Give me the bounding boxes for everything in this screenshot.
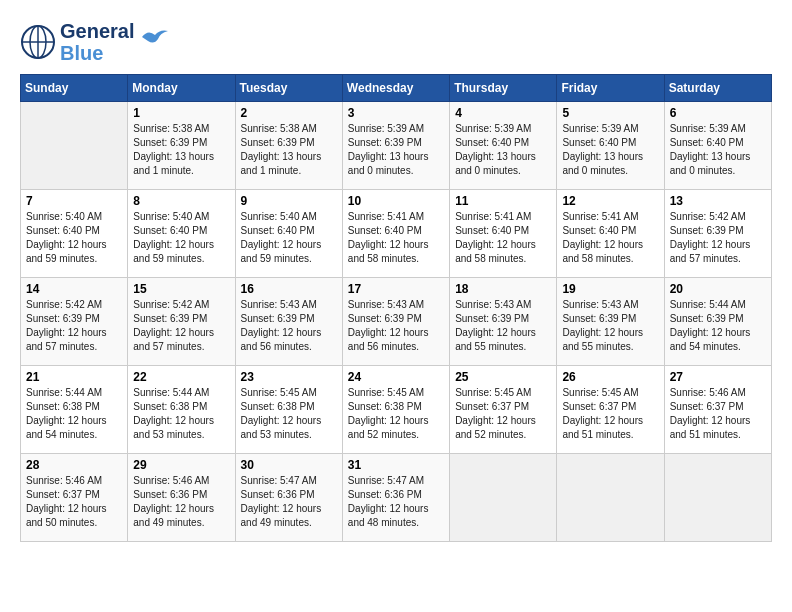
calendar-cell: 14Sunrise: 5:42 AMSunset: 6:39 PMDayligh… — [21, 278, 128, 366]
calendar-cell: 3Sunrise: 5:39 AMSunset: 6:39 PMDaylight… — [342, 102, 449, 190]
calendar-cell: 11Sunrise: 5:41 AMSunset: 6:40 PMDayligh… — [450, 190, 557, 278]
cell-date: 20 — [670, 282, 766, 296]
cell-info: Sunrise: 5:43 AMSunset: 6:39 PMDaylight:… — [562, 298, 658, 354]
calendar-cell: 16Sunrise: 5:43 AMSunset: 6:39 PMDayligh… — [235, 278, 342, 366]
calendar-cell: 30Sunrise: 5:47 AMSunset: 6:36 PMDayligh… — [235, 454, 342, 542]
calendar-cell: 24Sunrise: 5:45 AMSunset: 6:38 PMDayligh… — [342, 366, 449, 454]
cell-info: Sunrise: 5:39 AMSunset: 6:39 PMDaylight:… — [348, 122, 444, 178]
cell-date: 7 — [26, 194, 122, 208]
calendar-cell: 12Sunrise: 5:41 AMSunset: 6:40 PMDayligh… — [557, 190, 664, 278]
cell-date: 17 — [348, 282, 444, 296]
calendar-cell: 5Sunrise: 5:39 AMSunset: 6:40 PMDaylight… — [557, 102, 664, 190]
cell-date: 21 — [26, 370, 122, 384]
cell-date: 30 — [241, 458, 337, 472]
calendar-table: SundayMondayTuesdayWednesdayThursdayFrid… — [20, 74, 772, 542]
calendar-header-row: SundayMondayTuesdayWednesdayThursdayFrid… — [21, 75, 772, 102]
calendar-cell: 1Sunrise: 5:38 AMSunset: 6:39 PMDaylight… — [128, 102, 235, 190]
cell-date: 31 — [348, 458, 444, 472]
cell-date: 22 — [133, 370, 229, 384]
cell-date: 28 — [26, 458, 122, 472]
globe-icon — [20, 24, 56, 60]
calendar-cell: 10Sunrise: 5:41 AMSunset: 6:40 PMDayligh… — [342, 190, 449, 278]
calendar-cell: 20Sunrise: 5:44 AMSunset: 6:39 PMDayligh… — [664, 278, 771, 366]
cell-info: Sunrise: 5:40 AMSunset: 6:40 PMDaylight:… — [26, 210, 122, 266]
calendar-cell: 2Sunrise: 5:38 AMSunset: 6:39 PMDaylight… — [235, 102, 342, 190]
calendar-cell: 8Sunrise: 5:40 AMSunset: 6:40 PMDaylight… — [128, 190, 235, 278]
cell-info: Sunrise: 5:46 AMSunset: 6:36 PMDaylight:… — [133, 474, 229, 530]
calendar-cell: 29Sunrise: 5:46 AMSunset: 6:36 PMDayligh… — [128, 454, 235, 542]
cell-info: Sunrise: 5:45 AMSunset: 6:37 PMDaylight:… — [455, 386, 551, 442]
cell-date: 1 — [133, 106, 229, 120]
calendar-cell: 22Sunrise: 5:44 AMSunset: 6:38 PMDayligh… — [128, 366, 235, 454]
calendar-cell: 13Sunrise: 5:42 AMSunset: 6:39 PMDayligh… — [664, 190, 771, 278]
cell-date: 10 — [348, 194, 444, 208]
calendar-week-row: 14Sunrise: 5:42 AMSunset: 6:39 PMDayligh… — [21, 278, 772, 366]
cell-date: 25 — [455, 370, 551, 384]
cell-date: 2 — [241, 106, 337, 120]
cell-info: Sunrise: 5:44 AMSunset: 6:38 PMDaylight:… — [26, 386, 122, 442]
cell-date: 23 — [241, 370, 337, 384]
day-header-saturday: Saturday — [664, 75, 771, 102]
cell-info: Sunrise: 5:45 AMSunset: 6:37 PMDaylight:… — [562, 386, 658, 442]
cell-date: 19 — [562, 282, 658, 296]
calendar-cell: 15Sunrise: 5:42 AMSunset: 6:39 PMDayligh… — [128, 278, 235, 366]
cell-info: Sunrise: 5:43 AMSunset: 6:39 PMDaylight:… — [455, 298, 551, 354]
cell-info: Sunrise: 5:43 AMSunset: 6:39 PMDaylight:… — [241, 298, 337, 354]
cell-date: 8 — [133, 194, 229, 208]
cell-date: 4 — [455, 106, 551, 120]
cell-info: Sunrise: 5:42 AMSunset: 6:39 PMDaylight:… — [133, 298, 229, 354]
cell-date: 26 — [562, 370, 658, 384]
calendar-cell: 19Sunrise: 5:43 AMSunset: 6:39 PMDayligh… — [557, 278, 664, 366]
calendar-cell — [557, 454, 664, 542]
calendar-cell: 7Sunrise: 5:40 AMSunset: 6:40 PMDaylight… — [21, 190, 128, 278]
cell-info: Sunrise: 5:44 AMSunset: 6:38 PMDaylight:… — [133, 386, 229, 442]
cell-info: Sunrise: 5:45 AMSunset: 6:38 PMDaylight:… — [348, 386, 444, 442]
cell-date: 9 — [241, 194, 337, 208]
calendar-cell — [450, 454, 557, 542]
cell-info: Sunrise: 5:47 AMSunset: 6:36 PMDaylight:… — [241, 474, 337, 530]
cell-info: Sunrise: 5:43 AMSunset: 6:39 PMDaylight:… — [348, 298, 444, 354]
cell-info: Sunrise: 5:41 AMSunset: 6:40 PMDaylight:… — [562, 210, 658, 266]
cell-date: 24 — [348, 370, 444, 384]
cell-date: 3 — [348, 106, 444, 120]
cell-info: Sunrise: 5:40 AMSunset: 6:40 PMDaylight:… — [241, 210, 337, 266]
calendar-cell: 26Sunrise: 5:45 AMSunset: 6:37 PMDayligh… — [557, 366, 664, 454]
cell-info: Sunrise: 5:42 AMSunset: 6:39 PMDaylight:… — [670, 210, 766, 266]
cell-info: Sunrise: 5:41 AMSunset: 6:40 PMDaylight:… — [455, 210, 551, 266]
calendar-cell: 31Sunrise: 5:47 AMSunset: 6:36 PMDayligh… — [342, 454, 449, 542]
cell-date: 5 — [562, 106, 658, 120]
logo: General Blue — [20, 20, 170, 64]
cell-date: 6 — [670, 106, 766, 120]
cell-info: Sunrise: 5:45 AMSunset: 6:38 PMDaylight:… — [241, 386, 337, 442]
day-header-tuesday: Tuesday — [235, 75, 342, 102]
day-header-wednesday: Wednesday — [342, 75, 449, 102]
cell-date: 11 — [455, 194, 551, 208]
calendar-cell: 17Sunrise: 5:43 AMSunset: 6:39 PMDayligh… — [342, 278, 449, 366]
calendar-cell: 23Sunrise: 5:45 AMSunset: 6:38 PMDayligh… — [235, 366, 342, 454]
logo-general: General — [60, 20, 134, 42]
calendar-week-row: 28Sunrise: 5:46 AMSunset: 6:37 PMDayligh… — [21, 454, 772, 542]
calendar-cell: 21Sunrise: 5:44 AMSunset: 6:38 PMDayligh… — [21, 366, 128, 454]
calendar-cell: 6Sunrise: 5:39 AMSunset: 6:40 PMDaylight… — [664, 102, 771, 190]
cell-info: Sunrise: 5:39 AMSunset: 6:40 PMDaylight:… — [670, 122, 766, 178]
calendar-cell — [664, 454, 771, 542]
cell-date: 13 — [670, 194, 766, 208]
header: General Blue — [20, 20, 772, 64]
cell-date: 16 — [241, 282, 337, 296]
calendar-cell: 25Sunrise: 5:45 AMSunset: 6:37 PMDayligh… — [450, 366, 557, 454]
cell-info: Sunrise: 5:44 AMSunset: 6:39 PMDaylight:… — [670, 298, 766, 354]
cell-info: Sunrise: 5:47 AMSunset: 6:36 PMDaylight:… — [348, 474, 444, 530]
calendar-cell: 28Sunrise: 5:46 AMSunset: 6:37 PMDayligh… — [21, 454, 128, 542]
day-header-sunday: Sunday — [21, 75, 128, 102]
cell-info: Sunrise: 5:42 AMSunset: 6:39 PMDaylight:… — [26, 298, 122, 354]
cell-date: 12 — [562, 194, 658, 208]
calendar-cell: 18Sunrise: 5:43 AMSunset: 6:39 PMDayligh… — [450, 278, 557, 366]
cell-date: 15 — [133, 282, 229, 296]
bird-icon — [140, 27, 170, 47]
cell-date: 29 — [133, 458, 229, 472]
cell-info: Sunrise: 5:38 AMSunset: 6:39 PMDaylight:… — [133, 122, 229, 178]
day-header-thursday: Thursday — [450, 75, 557, 102]
cell-info: Sunrise: 5:41 AMSunset: 6:40 PMDaylight:… — [348, 210, 444, 266]
cell-info: Sunrise: 5:39 AMSunset: 6:40 PMDaylight:… — [455, 122, 551, 178]
cell-info: Sunrise: 5:46 AMSunset: 6:37 PMDaylight:… — [26, 474, 122, 530]
